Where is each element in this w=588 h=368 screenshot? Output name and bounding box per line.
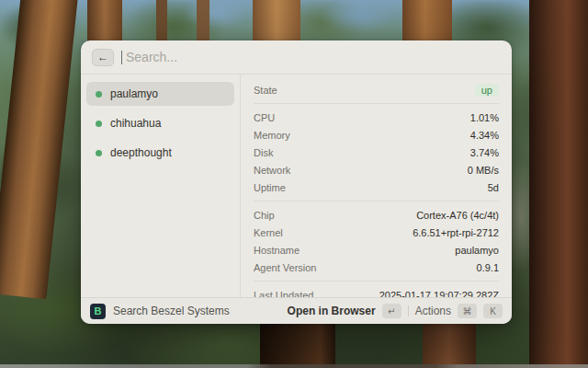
detail-row: Network0 MB/s [254,161,499,178]
detail-row: ChipCortex-A76 (4c/4t) [254,206,499,224]
detail-label: Uptime [254,182,286,193]
detail-label: Kernel [254,227,283,238]
search-input[interactable] [126,50,501,64]
detail-label: Memory [254,130,290,141]
detail-label: Agent Version [254,262,317,273]
launcher-window: ← paulamyochihuahuadeepthought StateupCP… [81,40,512,324]
system-details: StateupCPU1.01%Memory4.34%Disk3.74%Netwo… [241,75,512,297]
status-badge: up [475,84,499,97]
detail-value: 0 MB/s [468,165,499,176]
detail-label: Last Updated [254,290,313,298]
system-name: paulamyo [110,87,158,100]
enter-key-icon: ↵ [382,304,401,318]
detail-value: 3.74% [470,147,499,158]
detail-row: Disk3.74% [254,144,499,161]
command-key-icon: ⌘ [458,304,477,318]
status-dot-icon [96,91,102,98]
detail-row: Kernel6.6.51+rpt-rpi-2712 [254,224,499,241]
list-item-chihuahua[interactable]: chihuahua [86,111,234,135]
detail-row: Hostnamepaulamyo [254,241,499,259]
footer-actions: Open in Browser ↵ Actions ⌘ K [288,304,503,318]
wallpaper-tree-trunk [529,0,588,368]
actions-button[interactable]: Actions [415,305,451,317]
detail-label: Network [254,165,290,176]
wallpaper-floor-strip [0,364,588,368]
detail-row: Memory4.34% [254,126,499,144]
detail-value: 1.01% [470,112,499,123]
detail-row: Stateup [254,81,499,98]
section-divider [254,103,499,104]
status-dot-icon [96,150,102,156]
detail-value: 4.34% [470,130,499,141]
detail-row: Uptime5d [254,178,499,196]
search-bar: ← [81,40,512,75]
section-divider [254,201,499,201]
list-item-paulamyo[interactable]: paulamyo [86,82,234,106]
command-title: Search Beszel Systems [113,305,230,317]
detail-label: Chip [254,210,275,221]
detail-row: Agent Version0.9.1 [254,259,499,276]
beszel-logo-icon: B [90,304,106,319]
k-key-icon: K [483,304,503,318]
wallpaper-tree-trunk [260,320,335,368]
detail-row: CPU1.01% [254,109,499,126]
systems-list: paulamyochihuahuadeepthought [81,75,241,297]
text-caret [121,51,122,64]
detail-row: Last Updated2025-01-17 19:07:29.282Z [254,286,499,297]
footer-separator [408,305,409,316]
detail-value: Cortex-A76 (4c/4t) [416,210,499,221]
list-item-deepthought[interactable]: deepthought [86,141,234,165]
detail-value: 5d [488,182,499,193]
detail-value: 6.6.51+rpt-rpi-2712 [413,227,499,238]
open-in-browser-button[interactable]: Open in Browser [288,305,376,317]
footer-bar: B Search Beszel Systems Open in Browser … [81,297,512,324]
system-name: chihuahua [110,117,161,130]
detail-value: 0.9.1 [477,262,499,273]
window-body: paulamyochihuahuadeepthought StateupCPU1… [81,75,512,297]
detail-value: paulamyo [455,245,499,256]
back-button[interactable]: ← [92,49,114,66]
status-dot-icon [96,121,102,127]
detail-label: Hostname [254,245,300,256]
system-name: deepthought [110,146,172,159]
detail-value: 2025-01-17 19:07:29.282Z [379,290,499,298]
detail-label: Disk [254,147,273,158]
section-divider [254,281,499,282]
detail-label: CPU [254,112,275,123]
wallpaper-tree-trunk [423,324,476,368]
detail-label: State [254,85,277,96]
